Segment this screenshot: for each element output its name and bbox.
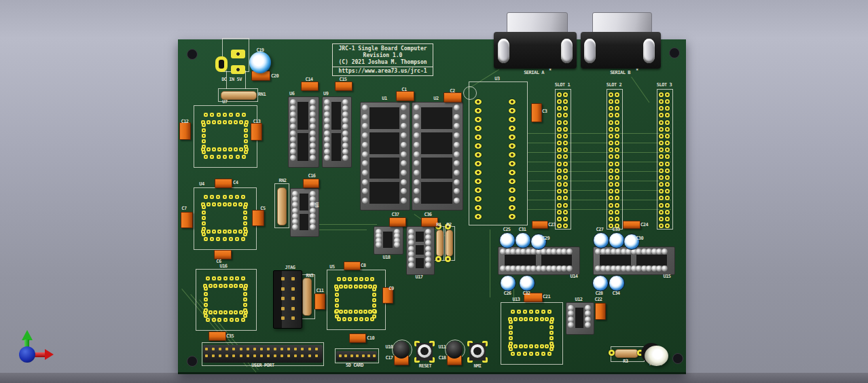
pad xyxy=(354,317,358,321)
header-pin xyxy=(301,354,304,357)
pad xyxy=(540,344,544,348)
pad xyxy=(210,113,214,117)
pad xyxy=(372,293,376,297)
pad xyxy=(229,310,233,314)
pad xyxy=(609,127,613,132)
silk-label-u13: U13 xyxy=(512,297,520,302)
socket-window xyxy=(331,102,341,130)
socket-pin xyxy=(324,130,330,136)
socket-pin xyxy=(342,99,348,105)
silk-circle xyxy=(463,86,477,100)
pad xyxy=(217,155,221,159)
dc-jack-pad xyxy=(215,56,228,72)
pad xyxy=(228,202,232,206)
silk-label-slot3: SLOT 3 xyxy=(657,82,672,88)
smd-cap-C37 xyxy=(389,217,406,227)
socket-pin xyxy=(408,262,414,268)
socket-pin xyxy=(362,114,368,120)
socket-pin xyxy=(454,105,460,111)
silk-label-dc_in: DC IN 5V xyxy=(221,77,242,82)
socket-pin xyxy=(310,155,316,161)
pad xyxy=(354,285,358,289)
socket-pin xyxy=(342,136,348,143)
pad xyxy=(665,127,670,132)
smd-cap-C22 xyxy=(595,303,606,320)
header-pin xyxy=(287,354,290,357)
silk-label-jtag: JTAG xyxy=(285,265,295,270)
pad xyxy=(244,139,248,143)
pad xyxy=(244,123,248,127)
pad xyxy=(243,221,247,225)
trace-line xyxy=(528,162,671,162)
socket-pin xyxy=(310,143,316,149)
pushbutton-plunger-NMI xyxy=(473,347,482,355)
pad xyxy=(665,175,670,180)
pad xyxy=(223,120,227,124)
pad xyxy=(535,310,539,314)
pad xyxy=(243,216,247,220)
silk-label-c37: C37 xyxy=(391,212,399,217)
pad xyxy=(234,147,238,151)
header-pin xyxy=(281,354,283,357)
silk-label-c21: C21 xyxy=(543,294,550,299)
mounting-hole xyxy=(187,49,198,60)
pad xyxy=(475,214,482,219)
pad xyxy=(354,277,358,281)
resistor-R3 xyxy=(615,349,638,358)
pad xyxy=(243,308,247,312)
socket-window xyxy=(369,158,399,179)
pad xyxy=(235,195,239,199)
silk-label-c35: C35 xyxy=(226,333,234,339)
socket-pin xyxy=(401,170,407,176)
pad xyxy=(243,211,247,215)
header-pin xyxy=(294,348,297,350)
pcb-3d-viewport[interactable]: JRC-1 Single Board Computer Revision 1.0… xyxy=(0,0,868,383)
pad xyxy=(335,293,339,297)
pad xyxy=(206,147,211,151)
pad xyxy=(509,320,513,324)
socket-pin xyxy=(454,170,460,176)
pad xyxy=(359,317,363,321)
pad xyxy=(234,284,238,288)
pad xyxy=(337,277,341,281)
silk-label-u4: U4 xyxy=(199,181,204,187)
pad xyxy=(342,277,346,281)
socket-window xyxy=(421,158,452,179)
pad xyxy=(223,284,228,288)
pad xyxy=(549,336,554,340)
header-pin xyxy=(308,348,311,350)
pad xyxy=(535,352,539,356)
silk-label-c28: C28 xyxy=(595,291,602,296)
silk-label-c29: C29 xyxy=(542,236,549,241)
smd-cap-C36 xyxy=(421,217,438,227)
pad xyxy=(563,175,568,180)
pad xyxy=(545,344,549,348)
pad xyxy=(335,298,339,302)
socket-window xyxy=(297,102,308,130)
pad xyxy=(239,284,243,288)
pad xyxy=(529,352,533,356)
pad xyxy=(209,310,213,314)
smd-cap-C7 xyxy=(181,212,193,228)
pad xyxy=(557,210,562,215)
socket-pin xyxy=(310,224,316,230)
pad xyxy=(235,276,239,280)
pad xyxy=(217,318,221,322)
pad xyxy=(228,147,232,151)
socket-pin xyxy=(454,179,460,185)
pad xyxy=(344,310,348,314)
pad xyxy=(563,217,568,221)
socket-pin xyxy=(362,105,368,111)
serial-mark-a: * xyxy=(549,68,551,73)
silk-label-u7: U7 xyxy=(222,99,227,105)
pad xyxy=(563,92,568,97)
pad xyxy=(557,162,562,166)
disc-cap xyxy=(515,232,531,249)
jtag-header xyxy=(273,270,302,329)
trace-line xyxy=(528,171,671,172)
pad xyxy=(216,195,220,199)
header-pin xyxy=(350,354,353,357)
header-pin xyxy=(205,354,208,357)
socket-window xyxy=(300,214,308,231)
electrolytic-cap-C19 xyxy=(249,52,271,73)
